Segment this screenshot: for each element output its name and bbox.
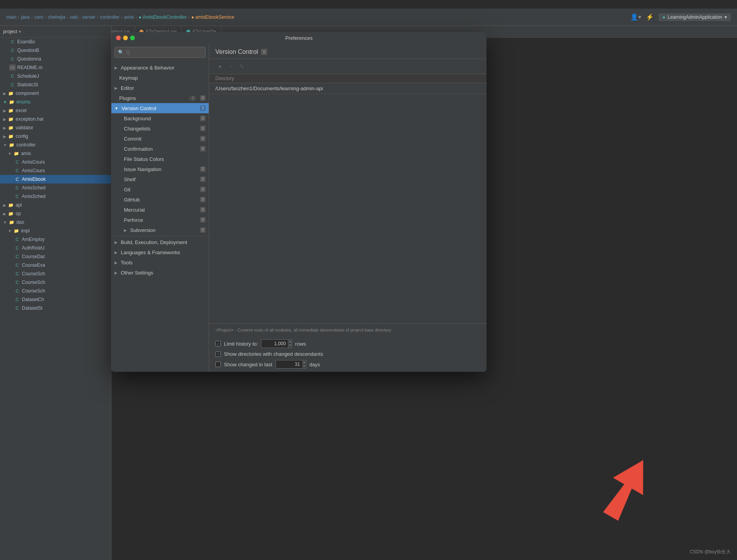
tree-item-readme[interactable]: MD README.m: [0, 63, 111, 72]
tree-item-component[interactable]: ▶ 📁 component: [0, 89, 111, 98]
tree-item-amiscours1[interactable]: C AmisCours: [0, 158, 111, 166]
breadcrumb-osd[interactable]: osd: [70, 14, 77, 20]
project-dropdown-arrow[interactable]: ▾: [19, 29, 21, 34]
tree-label-enums: enums: [16, 99, 30, 105]
tree-item-courseeva[interactable]: C CourseEva: [0, 261, 111, 269]
breadcrumb-amisebookcontroller[interactable]: ● AmisEbookController: [139, 14, 187, 20]
search-box[interactable]: 🔍: [114, 47, 206, 58]
nav-item-shelf[interactable]: Shelf ☰: [111, 174, 209, 184]
nav-item-plugins[interactable]: Plugins 3 ☰: [111, 93, 209, 103]
tree-item-validator[interactable]: ▶ 📁 validator: [0, 123, 111, 132]
tree-item-dao[interactable]: ▼ 📁 dao: [0, 218, 111, 226]
nav-item-languages[interactable]: ▶ Languages & Frameworks: [111, 247, 209, 257]
nav-item-background[interactable]: Background ☰: [111, 113, 209, 123]
breadcrumb-chehejia[interactable]: chehejia: [48, 14, 66, 20]
tree-item-coursedac[interactable]: C CourseDac: [0, 252, 111, 261]
tree-item-questionb[interactable]: C QuestionB: [0, 46, 111, 55]
tree-item-amis-folder[interactable]: ▼ 📁 amis: [0, 149, 111, 158]
tree-item-courseschu1[interactable]: C CourseSch: [0, 269, 111, 278]
edit-button[interactable]: ✎: [237, 62, 247, 71]
nav-item-commit[interactable]: Commit ☰: [111, 134, 209, 144]
spin-up-days[interactable]: ▲: [303, 360, 306, 364]
navigate-icon[interactable]: ⚡: [646, 13, 654, 21]
nav-item-appearance[interactable]: ▶ Appearance & Behavior: [111, 62, 209, 73]
tree-item-exambo[interactable]: C ExamBo: [0, 37, 111, 46]
tree-item-authroleu[interactable]: C AuthRoleU: [0, 244, 111, 252]
history-value[interactable]: 1,000: [261, 339, 288, 348]
tree-item-amissched2[interactable]: C AmisSched: [0, 192, 111, 201]
tree-item-amisebook-file[interactable]: C AmisEbook: [0, 175, 111, 184]
breadcrumb-controller[interactable]: controller: [100, 14, 119, 20]
tree-item-api[interactable]: ▶ 📁 api: [0, 201, 111, 209]
nav-item-confirmation[interactable]: Confirmation ☰: [111, 144, 209, 154]
search-input[interactable]: [126, 50, 202, 55]
nav-item-changelists[interactable]: Changelists ☰: [111, 123, 209, 134]
nav-item-issue-nav[interactable]: Issue Navigation ☰: [111, 164, 209, 174]
close-button[interactable]: [116, 36, 121, 40]
nav-item-perforce[interactable]: Perforce ☰: [111, 215, 209, 225]
spin-down-days[interactable]: ▼: [303, 364, 306, 368]
tree-item-amiscours2[interactable]: C AmisCours: [0, 166, 111, 175]
maximize-button[interactable]: [130, 36, 135, 40]
minimize-button[interactable]: [123, 36, 128, 40]
tree-item-controller[interactable]: ▼ 📁 controller: [0, 141, 111, 149]
breadcrumb-amis[interactable]: amis: [124, 14, 134, 20]
tree-label-config: config: [16, 134, 28, 139]
remove-button[interactable]: −: [226, 62, 236, 71]
spin-down-history[interactable]: ▼: [288, 344, 292, 348]
table-row-0[interactable]: /Users/fanzhen1/Documents/learning-admin…: [209, 83, 487, 94]
folder-icon-impl: 📁: [13, 228, 20, 234]
nav-item-build[interactable]: ▶ Build, Execution, Deployment: [111, 237, 209, 247]
breadcrumb-server[interactable]: server: [82, 14, 95, 20]
tree-item-amemploy[interactable]: C AmEmploy: [0, 235, 111, 244]
breadcrumb-com[interactable]: com: [34, 14, 43, 20]
nav-item-tools[interactable]: ▶ Tools: [111, 257, 209, 268]
spin-up-history[interactable]: ▲: [288, 340, 292, 344]
tree-item-config[interactable]: ▶ 📁 config: [0, 132, 111, 141]
tree-label-op: op: [16, 211, 21, 216]
chevron-config: ▶: [3, 134, 6, 139]
tree-item-datasetst[interactable]: C DatasetSt: [0, 304, 111, 312]
tree-item-courseschu2[interactable]: C CourseSch: [0, 278, 111, 287]
nav-item-version-control[interactable]: ▼ Version Control ☰: [111, 103, 209, 113]
tree-label-amemploy: AmEmploy: [22, 237, 45, 242]
nav-item-keymap[interactable]: Keymap: [111, 73, 209, 83]
checkbox-show-dirs[interactable]: ✓: [215, 351, 221, 357]
chevron-controller: ▼: [3, 143, 7, 147]
nav-item-mercurial[interactable]: Mercurial ☰: [111, 205, 209, 215]
breadcrumb-amisbookservice[interactable]: ● amisEbookService: [191, 14, 234, 20]
dir-path: /Users/fanzhen1/Documents/learning-admin…: [215, 86, 323, 91]
checkbox-show-changed[interactable]: [215, 362, 221, 367]
nav-item-subversion[interactable]: ▶ Subversion ☰: [111, 225, 209, 235]
tree-item-exception[interactable]: ▶ 📁 exception.har: [0, 115, 111, 123]
checkbox-limit-history[interactable]: ✓: [215, 341, 221, 346]
tree-item-datasetch[interactable]: C DatasetCh: [0, 295, 111, 304]
content-body: /Users/fanzhen1/Documents/learning-admin…: [209, 83, 487, 323]
tree-item-courseschu3[interactable]: C CourseSch: [0, 287, 111, 295]
nav-item-editor[interactable]: ▶ Editor: [111, 83, 209, 93]
nav-item-github[interactable]: GitHub ☰: [111, 194, 209, 205]
breadcrumb-main[interactable]: main: [6, 14, 16, 20]
tree-item-excel[interactable]: ▶ 📁 excel: [0, 106, 111, 115]
file-icon-readme: MD: [9, 64, 16, 71]
tree-label-courseschu2: CourseSch: [22, 280, 45, 285]
user-icon[interactable]: 👤▾: [630, 13, 641, 21]
preferences-dialog: Preferences 🔍 ▶ Appearance & Behavior Ke…: [111, 32, 487, 372]
git-icon: ☰: [200, 187, 206, 192]
tree-item-amissched1[interactable]: C AmisSched: [0, 184, 111, 192]
nav-item-other-settings[interactable]: ▶ Other Settings: [111, 268, 209, 278]
expand-tools: ▶: [114, 260, 118, 265]
days-value[interactable]: 31: [275, 360, 303, 369]
add-button[interactable]: +: [215, 62, 225, 71]
tree-item-schedulej[interactable]: C ScheduleJ: [0, 72, 111, 80]
tree-item-impl[interactable]: ▼ 📁 impl: [0, 226, 111, 235]
nav-item-git[interactable]: Git ☰: [111, 184, 209, 194]
tree-item-statisticst[interactable]: C StatisticSt: [0, 80, 111, 89]
tree-item-questionna[interactable]: C Questionna: [0, 55, 111, 63]
breadcrumb-java[interactable]: java: [21, 14, 30, 20]
tree-label-controller: controller: [16, 142, 36, 148]
run-config[interactable]: ● LearningAdminApplication ▾: [658, 13, 731, 21]
tree-item-op[interactable]: ▶ 📁 op: [0, 209, 111, 218]
nav-item-file-status[interactable]: File Status Colors: [111, 154, 209, 164]
tree-item-enums[interactable]: ▼ 📁 enums: [0, 98, 111, 106]
